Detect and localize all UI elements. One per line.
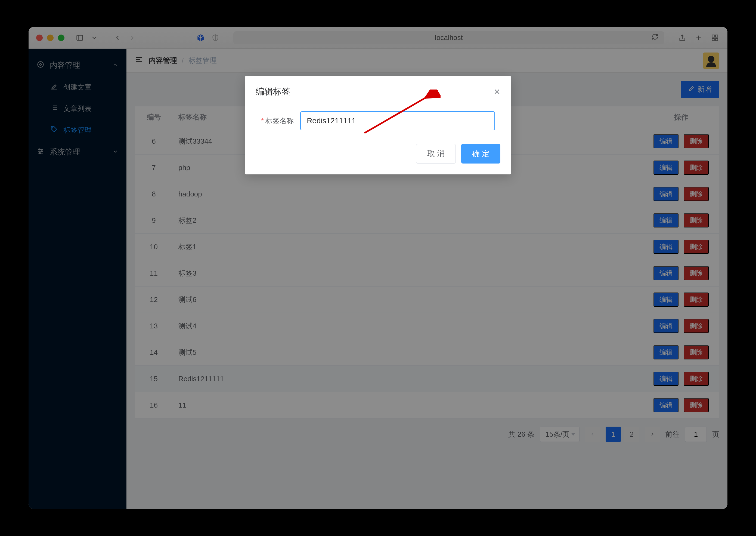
- edit-tag-modal: 编辑标签 ✕ *标签名称 取 消 确 定: [245, 76, 511, 174]
- close-icon[interactable]: ✕: [493, 87, 500, 97]
- browser-window: localhost 内容管理 创建文章 文章列表: [29, 27, 727, 509]
- modal-title: 编辑标签: [256, 86, 291, 98]
- cancel-button[interactable]: 取 消: [416, 144, 456, 163]
- tag-name-input[interactable]: [300, 111, 495, 130]
- modal-footer: 取 消 确 定: [245, 136, 511, 174]
- confirm-button[interactable]: 确 定: [461, 144, 500, 163]
- modal-overlay[interactable]: 编辑标签 ✕ *标签名称 取 消 确 定: [29, 27, 727, 509]
- field-label: *标签名称: [261, 116, 294, 126]
- form-row-name: *标签名称: [261, 111, 495, 130]
- modal-header: 编辑标签 ✕: [245, 76, 511, 103]
- modal-body: *标签名称: [245, 103, 511, 136]
